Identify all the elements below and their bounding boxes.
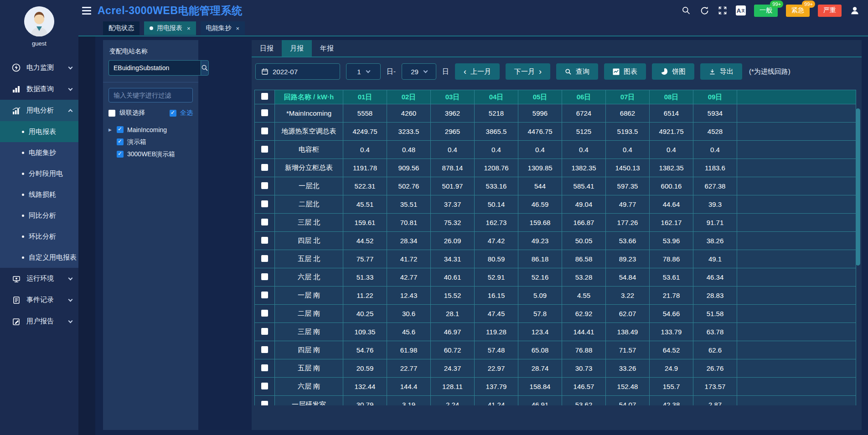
table-row: 六层 北51.3342.7740.6152.9152.1653.2854.845… — [255, 268, 856, 287]
value-cell: 75.77 — [343, 250, 387, 268]
value-cell: 75.32 — [431, 214, 475, 232]
user-icon[interactable] — [850, 5, 860, 15]
chevron-left-icon: ‹ — [464, 67, 466, 76]
value-cell: 80.59 — [475, 250, 518, 268]
row-checkbox[interactable] — [261, 310, 268, 317]
trend-chart-icon — [12, 106, 21, 115]
next-month-button[interactable]: 下一月 › — [506, 63, 550, 80]
alert-normal-button[interactable]: 一般 99+ — [754, 5, 778, 17]
value-cell: 6862 — [606, 104, 650, 123]
chevron-down-icon — [68, 65, 73, 69]
hamburger-menu-icon[interactable] — [82, 7, 91, 15]
tab-yearly-report[interactable]: 年报 — [312, 40, 342, 56]
month-picker[interactable]: 2022-07 — [255, 63, 340, 80]
row-checkbox[interactable] — [261, 273, 268, 280]
sidebar-item-custom-report[interactable]: 自定义用电报表 — [0, 247, 78, 268]
value-cell: 152.48 — [606, 378, 650, 396]
tree-checkbox[interactable] — [117, 151, 124, 158]
value-cell: 53.61 — [650, 268, 693, 287]
prev-month-button[interactable]: ‹ 上一月 — [455, 63, 500, 80]
value-cell: 54.84 — [606, 268, 650, 287]
row-checkbox[interactable] — [261, 200, 268, 207]
alert-urgent-button[interactable]: 紧急 99+ — [786, 5, 810, 17]
tree-item-3000web-demo-box[interactable]: 3000WEB演示箱 — [108, 148, 193, 160]
row-checkbox[interactable] — [261, 383, 268, 389]
sidebar-item-power-analysis[interactable]: 用电分析 — [0, 100, 78, 121]
tab-energy-reading[interactable]: 电能集抄 × — [201, 21, 245, 35]
row-checkbox[interactable] — [261, 328, 268, 335]
from-day-value: 1 — [357, 68, 361, 76]
value-cell: 162.17 — [650, 214, 693, 232]
sidebar-item-data-query[interactable]: 数据查询 — [0, 78, 78, 100]
circuit-name-cell: 六层 北 — [275, 268, 343, 287]
row-checkbox[interactable] — [261, 401, 268, 406]
sidebar-menu: 电力监测 数据查询 用电分析 用电报表 电能集抄 分时段用电 线路损耗 同比分析… — [0, 57, 78, 332]
sidebar-item-mom-analysis[interactable]: 环比分析 — [0, 226, 78, 247]
sidebar-item-yoy-analysis[interactable]: 同比分析 — [0, 205, 78, 226]
tree-item-main-incoming[interactable]: ▶ MainIncoming — [108, 123, 193, 136]
chart-button[interactable]: 图表 — [604, 63, 646, 80]
row-checkbox[interactable] — [261, 109, 268, 116]
value-cell: 16.15 — [475, 287, 518, 305]
value-cell: 78.86 — [650, 250, 693, 268]
station-name-input[interactable] — [108, 60, 201, 76]
sub-item-label: 电能集抄 — [29, 148, 56, 157]
row-checkbox[interactable] — [261, 146, 268, 153]
refresh-icon[interactable] — [699, 5, 709, 15]
station-name-label: 变配电站名称 — [109, 47, 193, 56]
bullet-icon — [22, 256, 24, 259]
sidebar-item-time-period[interactable]: 分时段用电 — [0, 163, 78, 184]
select-all-checkbox[interactable] — [170, 110, 176, 117]
sidebar-item-line-loss[interactable]: 线路损耗 — [0, 184, 78, 205]
row-checkbox[interactable] — [261, 164, 268, 171]
tab-distribution-status[interactable]: 配电状态 — [103, 21, 140, 35]
sidebar-item-user-report[interactable]: 用户报告 — [0, 311, 78, 332]
value-cell: 533.16 — [475, 177, 518, 195]
export-button[interactable]: 导出 — [700, 63, 742, 80]
sidebar-item-power-monitor[interactable]: 电力监测 — [0, 57, 78, 78]
row-checkbox[interactable] — [261, 364, 268, 371]
row-checkbox[interactable] — [261, 237, 268, 244]
sub-item-label: 分时段用电 — [29, 169, 63, 178]
language-switch-icon[interactable]: A文 — [736, 5, 746, 15]
row-checkbox[interactable] — [261, 219, 268, 225]
tab-power-report[interactable]: 用电报表 × — [144, 21, 196, 35]
from-day-select[interactable]: 1 — [346, 63, 381, 80]
value-cell: 0.48 — [387, 141, 431, 159]
select-all-rows-checkbox[interactable] — [261, 93, 268, 100]
to-day-select[interactable]: 29 — [402, 63, 436, 80]
tree-item-demo-box[interactable]: 演示箱 — [108, 136, 193, 148]
sidebar-item-energy-reading[interactable]: 电能集抄 — [0, 142, 78, 163]
tree-checkbox[interactable] — [117, 138, 124, 145]
value-cell: 53.66 — [606, 232, 650, 250]
tree-checkbox[interactable] — [117, 126, 124, 133]
row-checkbox[interactable] — [261, 346, 268, 353]
cascade-checkbox[interactable] — [108, 110, 115, 117]
tree-filter-input[interactable] — [108, 88, 193, 102]
query-button[interactable]: 查询 — [556, 63, 598, 80]
tab-monthly-report[interactable]: 月报 — [282, 40, 312, 56]
close-icon[interactable]: × — [236, 25, 240, 32]
value-cell: 30.6 — [387, 305, 431, 323]
search-icon[interactable] — [681, 5, 691, 15]
row-checkbox[interactable] — [261, 128, 268, 134]
pie-button[interactable]: 饼图 — [652, 63, 694, 80]
close-icon[interactable]: × — [187, 25, 191, 32]
caret-right-icon[interactable]: ▶ — [108, 128, 113, 132]
sidebar-item-runtime-env[interactable]: 运行环境 — [0, 268, 78, 289]
station-search-button[interactable] — [201, 60, 209, 76]
value-cell: 42.38 — [650, 396, 693, 406]
value-cell: 65.08 — [518, 341, 562, 359]
row-checkbox[interactable] — [261, 182, 268, 189]
fullscreen-icon[interactable] — [718, 5, 728, 15]
value-cell: 62.92 — [562, 305, 606, 323]
avatar[interactable] — [24, 6, 54, 36]
value-cell: 52.16 — [518, 268, 562, 287]
vertical-scrollbar-thumb[interactable] — [856, 108, 860, 266]
tab-daily-report[interactable]: 日报 — [252, 40, 282, 56]
sidebar-item-event-log[interactable]: 事件记录 — [0, 289, 78, 311]
sidebar-item-power-report[interactable]: 用电报表 — [0, 121, 78, 142]
alert-critical-button[interactable]: 严重 — [818, 5, 842, 17]
row-checkbox[interactable] — [261, 292, 268, 298]
row-checkbox[interactable] — [261, 255, 268, 262]
